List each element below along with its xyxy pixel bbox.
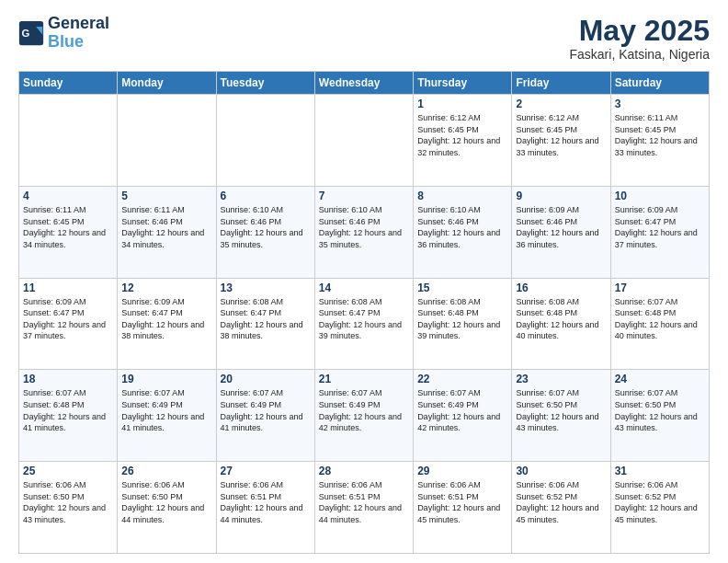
month-title: May 2025 <box>569 15 710 47</box>
day-info: Sunrise: 6:12 AM Sunset: 6:45 PM Dayligh… <box>516 112 606 158</box>
day-number: 14 <box>319 282 409 294</box>
logo-text: GeneralBlue <box>48 15 109 52</box>
day-cell: 21Sunrise: 6:07 AM Sunset: 6:49 PM Dayli… <box>314 370 413 462</box>
day-info: Sunrise: 6:10 AM Sunset: 6:46 PM Dayligh… <box>417 204 507 250</box>
day-cell: 7Sunrise: 6:10 AM Sunset: 6:46 PM Daylig… <box>314 186 413 278</box>
day-info: Sunrise: 6:09 AM Sunset: 6:47 PM Dayligh… <box>121 296 211 342</box>
day-cell <box>19 95 118 187</box>
day-number: 27 <box>221 465 311 477</box>
day-info: Sunrise: 6:07 AM Sunset: 6:50 PM Dayligh… <box>516 387 606 433</box>
day-cell: 23Sunrise: 6:07 AM Sunset: 6:50 PM Dayli… <box>512 370 610 462</box>
day-cell: 25Sunrise: 6:06 AM Sunset: 6:50 PM Dayli… <box>19 462 118 554</box>
day-cell: 12Sunrise: 6:09 AM Sunset: 6:47 PM Dayli… <box>118 278 216 370</box>
header-sunday: Sunday <box>19 72 118 95</box>
day-number: 8 <box>417 190 507 202</box>
day-info: Sunrise: 6:06 AM Sunset: 6:52 PM Dayligh… <box>516 479 606 525</box>
day-info: Sunrise: 6:06 AM Sunset: 6:51 PM Dayligh… <box>417 479 507 525</box>
day-number: 12 <box>121 282 211 294</box>
day-cell: 31Sunrise: 6:06 AM Sunset: 6:52 PM Dayli… <box>610 462 709 554</box>
day-cell: 17Sunrise: 6:07 AM Sunset: 6:48 PM Dayli… <box>610 278 709 370</box>
day-info: Sunrise: 6:11 AM Sunset: 6:45 PM Dayligh… <box>615 112 705 158</box>
day-cell: 27Sunrise: 6:06 AM Sunset: 6:51 PM Dayli… <box>216 462 314 554</box>
logo: G GeneralBlue <box>18 15 109 52</box>
day-cell: 30Sunrise: 6:06 AM Sunset: 6:52 PM Dayli… <box>512 462 610 554</box>
header-thursday: Thursday <box>414 72 512 95</box>
day-cell <box>118 95 216 187</box>
week-row-1: 1Sunrise: 6:12 AM Sunset: 6:45 PM Daylig… <box>19 95 710 187</box>
day-cell: 4Sunrise: 6:11 AM Sunset: 6:45 PM Daylig… <box>19 186 118 278</box>
day-cell: 24Sunrise: 6:07 AM Sunset: 6:50 PM Dayli… <box>610 370 709 462</box>
day-number: 7 <box>319 190 409 202</box>
logo-icon: G <box>18 20 44 46</box>
day-info: Sunrise: 6:08 AM Sunset: 6:47 PM Dayligh… <box>221 296 311 342</box>
page: G GeneralBlue May 2025 Faskari, Katsina,… <box>0 0 728 563</box>
day-cell: 18Sunrise: 6:07 AM Sunset: 6:48 PM Dayli… <box>19 370 118 462</box>
day-cell: 10Sunrise: 6:09 AM Sunset: 6:47 PM Dayli… <box>610 186 709 278</box>
day-info: Sunrise: 6:08 AM Sunset: 6:48 PM Dayligh… <box>516 296 606 342</box>
day-number: 19 <box>121 373 211 385</box>
day-number: 26 <box>121 465 211 477</box>
day-number: 21 <box>319 373 409 385</box>
day-info: Sunrise: 6:06 AM Sunset: 6:51 PM Dayligh… <box>319 479 409 525</box>
header-saturday: Saturday <box>610 72 709 95</box>
day-info: Sunrise: 6:08 AM Sunset: 6:47 PM Dayligh… <box>319 296 409 342</box>
week-row-4: 18Sunrise: 6:07 AM Sunset: 6:48 PM Dayli… <box>19 370 710 462</box>
calendar-table: Sunday Monday Tuesday Wednesday Thursday… <box>18 71 710 554</box>
day-info: Sunrise: 6:09 AM Sunset: 6:47 PM Dayligh… <box>615 204 705 250</box>
day-cell: 22Sunrise: 6:07 AM Sunset: 6:49 PM Dayli… <box>414 370 512 462</box>
day-number: 10 <box>615 190 705 202</box>
day-cell: 3Sunrise: 6:11 AM Sunset: 6:45 PM Daylig… <box>610 95 709 187</box>
header-friday: Friday <box>512 72 610 95</box>
day-number: 13 <box>221 282 311 294</box>
day-number: 1 <box>417 98 507 110</box>
day-number: 22 <box>417 373 507 385</box>
day-number: 11 <box>23 282 113 294</box>
day-info: Sunrise: 6:06 AM Sunset: 6:50 PM Dayligh… <box>23 479 113 525</box>
day-number: 4 <box>23 190 113 202</box>
day-info: Sunrise: 6:09 AM Sunset: 6:46 PM Dayligh… <box>516 204 606 250</box>
location-subtitle: Faskari, Katsina, Nigeria <box>569 47 710 62</box>
day-number: 9 <box>516 190 606 202</box>
day-number: 16 <box>516 282 606 294</box>
svg-text:G: G <box>22 27 30 38</box>
header: G GeneralBlue May 2025 Faskari, Katsina,… <box>18 15 710 62</box>
day-cell: 13Sunrise: 6:08 AM Sunset: 6:47 PM Dayli… <box>216 278 314 370</box>
day-cell: 6Sunrise: 6:10 AM Sunset: 6:46 PM Daylig… <box>216 186 314 278</box>
day-number: 28 <box>319 465 409 477</box>
day-cell: 29Sunrise: 6:06 AM Sunset: 6:51 PM Dayli… <box>414 462 512 554</box>
day-number: 6 <box>221 190 311 202</box>
day-info: Sunrise: 6:08 AM Sunset: 6:48 PM Dayligh… <box>417 296 507 342</box>
day-cell: 14Sunrise: 6:08 AM Sunset: 6:47 PM Dayli… <box>314 278 413 370</box>
day-number: 29 <box>417 465 507 477</box>
week-row-3: 11Sunrise: 6:09 AM Sunset: 6:47 PM Dayli… <box>19 278 710 370</box>
day-cell: 16Sunrise: 6:08 AM Sunset: 6:48 PM Dayli… <box>512 278 610 370</box>
day-number: 17 <box>615 282 705 294</box>
day-number: 23 <box>516 373 606 385</box>
day-number: 3 <box>615 98 705 110</box>
day-info: Sunrise: 6:06 AM Sunset: 6:50 PM Dayligh… <box>121 479 211 525</box>
day-number: 15 <box>417 282 507 294</box>
day-cell: 20Sunrise: 6:07 AM Sunset: 6:49 PM Dayli… <box>216 370 314 462</box>
day-info: Sunrise: 6:07 AM Sunset: 6:50 PM Dayligh… <box>615 387 705 433</box>
day-number: 5 <box>121 190 211 202</box>
day-cell: 26Sunrise: 6:06 AM Sunset: 6:50 PM Dayli… <box>118 462 216 554</box>
day-info: Sunrise: 6:07 AM Sunset: 6:48 PM Dayligh… <box>615 296 705 342</box>
day-info: Sunrise: 6:07 AM Sunset: 6:49 PM Dayligh… <box>121 387 211 433</box>
day-number: 24 <box>615 373 705 385</box>
day-cell: 11Sunrise: 6:09 AM Sunset: 6:47 PM Dayli… <box>19 278 118 370</box>
day-cell <box>314 95 413 187</box>
day-cell <box>216 95 314 187</box>
day-info: Sunrise: 6:12 AM Sunset: 6:45 PM Dayligh… <box>417 112 507 158</box>
day-info: Sunrise: 6:06 AM Sunset: 6:52 PM Dayligh… <box>615 479 705 525</box>
week-row-5: 25Sunrise: 6:06 AM Sunset: 6:50 PM Dayli… <box>19 462 710 554</box>
day-info: Sunrise: 6:07 AM Sunset: 6:48 PM Dayligh… <box>23 387 113 433</box>
day-info: Sunrise: 6:11 AM Sunset: 6:46 PM Dayligh… <box>121 204 211 250</box>
week-row-2: 4Sunrise: 6:11 AM Sunset: 6:45 PM Daylig… <box>19 186 710 278</box>
day-number: 31 <box>615 465 705 477</box>
day-cell: 28Sunrise: 6:06 AM Sunset: 6:51 PM Dayli… <box>314 462 413 554</box>
day-number: 20 <box>221 373 311 385</box>
day-number: 25 <box>23 465 113 477</box>
day-cell: 9Sunrise: 6:09 AM Sunset: 6:46 PM Daylig… <box>512 186 610 278</box>
day-cell: 1Sunrise: 6:12 AM Sunset: 6:45 PM Daylig… <box>414 95 512 187</box>
day-cell: 19Sunrise: 6:07 AM Sunset: 6:49 PM Dayli… <box>118 370 216 462</box>
